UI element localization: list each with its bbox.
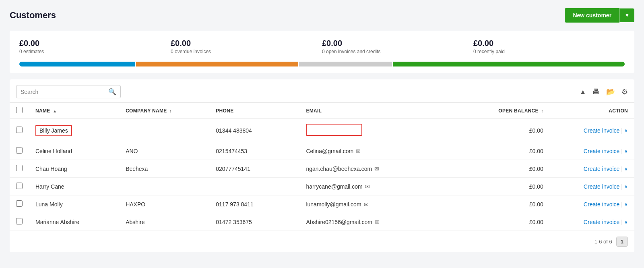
row-email: harrycane@gmail.com✉ [299,178,469,195]
row-name[interactable]: Harry Cane [29,178,119,195]
header-name[interactable]: NAME ▲ [29,103,119,119]
table-row: Luna MollyHAXPO0117 973 8411lunamolly@gm… [10,195,634,213]
row-company [119,119,209,142]
customers-table: NAME ▲ COMPANY NAME ↕ PHONE EMAIL OPEN B [10,102,634,231]
search-input[interactable] [21,89,108,95]
row-checkbox-cell [10,195,29,213]
search-icon: 🔍 [108,88,116,96]
row-company [119,178,209,195]
table-row: Marianne AbshireAbshire01472 353675Abshi… [10,213,634,231]
row-action: Create invoice|∨ [550,160,634,178]
row-balance: £0.00 [469,142,550,160]
row-phone: 02077745141 [209,160,299,178]
create-invoice-link[interactable]: Create invoice [584,148,620,154]
row-company: Beehexa [119,160,209,178]
row-phone: 01344 483804 [209,119,299,142]
email-icon: ✉ [365,183,370,190]
row-company: ANO [119,142,209,160]
action-dropdown-arrow[interactable]: ∨ [624,184,628,189]
overdue-amount: £0.00 [171,39,322,48]
open-label: 0 open invoices and credits [322,49,473,54]
table-row: Billy James01344 483804£0.00Create invoi… [10,119,634,142]
email-icon: ✉ [375,219,380,225]
search-box[interactable]: 🔍 [16,85,121,98]
summary-grid: £0.00 0 estimates £0.00 0 overdue invoic… [19,37,625,56]
select-all-checkbox[interactable] [16,107,23,113]
summary-paid: £0.00 0 recently paid [473,37,625,56]
row-action: Create invoice|∨ [550,178,634,195]
row-name[interactable]: Billy James [29,119,119,142]
row-checkbox[interactable] [16,218,23,224]
create-invoice-link[interactable]: Create invoice [584,219,620,225]
create-invoice-link[interactable]: Create invoice [584,166,620,172]
row-phone: 01472 353675 [209,213,299,231]
row-name[interactable]: Celine Holland [29,142,119,160]
table-toolbar: 🔍 ▲ 🖶 📂 ⚙ [10,79,634,102]
table-header-row: NAME ▲ COMPANY NAME ↕ PHONE EMAIL OPEN B [10,103,634,119]
table-row: Chau HoangBeehexa02077745141ngan.chau@be… [10,160,634,178]
progress-paid [393,62,625,66]
export-icon[interactable]: 📂 [606,87,615,96]
row-name[interactable]: Luna Molly [29,195,119,213]
row-balance: £0.00 [469,178,550,195]
table-row: Harry Caneharrycane@gmail.com✉£0.00Creat… [10,178,634,195]
action-dropdown-arrow[interactable]: ∨ [624,202,628,207]
new-customer-button[interactable]: New customer [565,8,619,23]
estimates-amount: £0.00 [19,39,171,48]
action-dropdown-arrow[interactable]: ∨ [624,166,628,172]
email-icon: ✉ [356,148,361,154]
print-icon[interactable]: 🖶 [592,87,600,96]
action-dropdown-arrow[interactable]: ∨ [624,219,628,225]
action-dropdown-arrow[interactable]: ∨ [624,128,628,133]
page-header: Customers New customer ▼ [10,8,634,23]
row-checkbox[interactable] [16,127,23,133]
progress-estimates [19,62,135,66]
row-checkbox-cell [10,213,29,231]
header-action: ACTION [550,103,634,119]
email-icon: ✉ [374,166,379,172]
create-invoice-link[interactable]: Create invoice [584,201,620,208]
summary-open: £0.00 0 open invoices and credits [322,37,473,56]
estimates-label: 0 estimates [19,49,171,54]
row-name[interactable]: Chau Hoang [29,160,119,178]
progress-bar [19,62,625,66]
row-company: Abshire [119,213,209,231]
collapse-icon[interactable]: ▲ [580,88,586,96]
summary-estimates: £0.00 0 estimates [19,37,171,56]
summary-bar: £0.00 0 estimates £0.00 0 overdue invoic… [10,31,634,73]
row-email: Celina@gmail.com✉ [299,142,469,160]
row-action: Create invoice|∨ [550,195,634,213]
row-action: Create invoice|∨ [550,213,634,231]
paid-label: 0 recently paid [473,49,625,54]
row-checkbox-cell [10,160,29,178]
table-section: 🔍 ▲ 🖶 📂 ⚙ NAME ▲ [10,79,634,252]
row-checkbox[interactable] [16,147,23,154]
progress-open [299,62,392,66]
row-balance: £0.00 [469,119,550,142]
header-email: EMAIL [299,103,469,119]
new-customer-dropdown-button[interactable]: ▼ [619,8,634,22]
balance-sort-icon: ↕ [541,109,543,113]
header-balance[interactable]: OPEN BALANCE ↕ [469,103,550,119]
settings-icon[interactable]: ⚙ [621,87,628,96]
toolbar-right: ▲ 🖶 📂 ⚙ [580,87,628,96]
email-icon: ✉ [364,201,369,208]
open-amount: £0.00 [322,39,473,48]
row-email: lunamolly@gmail.com✉ [299,195,469,213]
progress-overdue [136,62,298,66]
row-checkbox-cell [10,178,29,195]
row-company: HAXPO [119,195,209,213]
row-checkbox[interactable] [16,165,23,171]
row-checkbox[interactable] [16,183,23,189]
row-phone: 0215474453 [209,142,299,160]
header-company[interactable]: COMPANY NAME ↕ [119,103,209,119]
create-invoice-link[interactable]: Create invoice [584,183,620,190]
action-dropdown-arrow[interactable]: ∨ [624,148,628,154]
company-sort-icon: ↕ [169,109,171,113]
create-invoice-link[interactable]: Create invoice [584,127,620,134]
pagination-page-1[interactable]: 1 [616,237,628,247]
row-name[interactable]: Marianne Abshire [29,213,119,231]
row-checkbox[interactable] [16,200,23,207]
table-row: Celine HollandANO0215474453Celina@gmail.… [10,142,634,160]
name-sort-icon: ▲ [53,109,57,113]
